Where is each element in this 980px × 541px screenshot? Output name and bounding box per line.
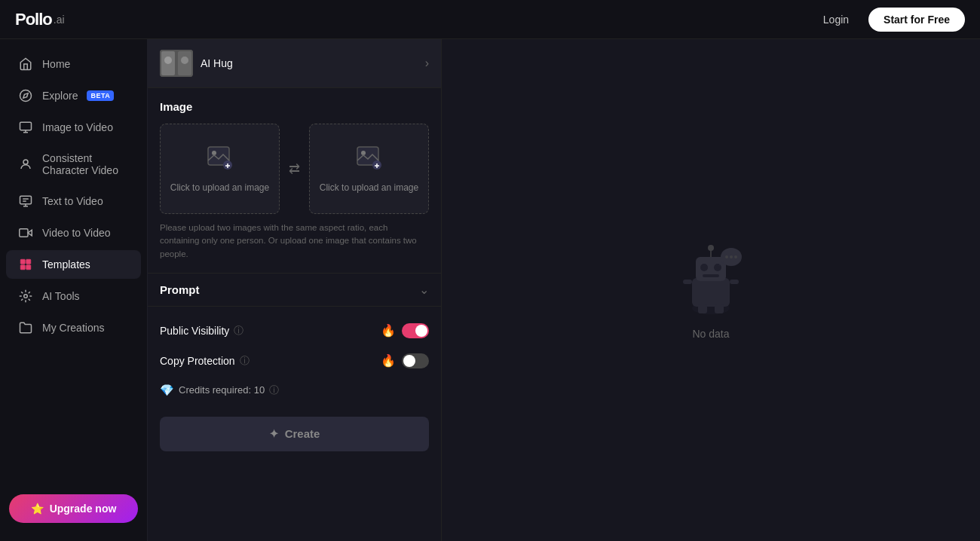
upload-right-label: Click to upload an image — [320, 182, 418, 193]
svg-point-0 — [20, 90, 32, 102]
svg-rect-30 — [703, 274, 719, 277]
sidebar-item-video-to-video[interactable]: Video to Video — [6, 219, 141, 247]
upload-box-left[interactable]: Click to upload an image — [160, 124, 280, 214]
svg-point-15 — [164, 57, 172, 64]
sidebar-item-my-creations[interactable]: My Creations — [6, 313, 141, 342]
svg-rect-32 — [730, 280, 739, 284]
sidebar-item-ai-tools[interactable]: AI Tools — [6, 282, 141, 310]
svg-rect-4 — [20, 196, 32, 204]
public-visibility-toggle[interactable] — [402, 323, 429, 338]
logo-text: Pollo — [15, 10, 52, 29]
home-icon — [18, 57, 33, 71]
video-to-video-icon — [18, 226, 33, 240]
credits-icon: 💎 — [160, 384, 174, 397]
copy-protection-info-icon[interactable]: ⓘ — [240, 354, 250, 368]
sidebar-label-my-creations: My Creations — [42, 322, 104, 334]
svg-point-28 — [700, 264, 708, 271]
sidebar-label-ai-tools: AI Tools — [42, 290, 80, 302]
credits-row: 💎 Credits required: 10 ⓘ — [160, 376, 429, 408]
public-visibility-text: Public Visibility — [160, 325, 229, 337]
main-layout: Home Explore BETA Image to Video Consist… — [0, 39, 980, 541]
header: Pollo .ai Login Start for Free — [0, 0, 980, 39]
upload-hint: Please upload two images with the same a… — [160, 222, 429, 261]
beta-badge: BETA — [87, 90, 114, 101]
svg-rect-10 — [26, 265, 31, 270]
upload-icon-left — [207, 145, 234, 175]
sidebar-item-consistent-character[interactable]: Consistent Character Video — [6, 145, 141, 184]
sidebar-label-text-to-video: Text to Video — [42, 195, 103, 207]
public-visibility-row: Public Visibility ⓘ 🔥 — [160, 316, 429, 346]
sidebar-label-home: Home — [42, 58, 70, 70]
upload-left-label: Click to upload an image — [170, 182, 269, 193]
content-area: AI Hug › Image — [148, 39, 980, 541]
svg-point-16 — [181, 57, 188, 64]
text-to-video-icon — [18, 194, 33, 208]
svg-rect-25 — [696, 257, 726, 281]
sidebar-item-templates[interactable]: Templates — [6, 250, 141, 279]
svg-marker-1 — [23, 93, 28, 98]
swap-icon: ⇄ — [289, 160, 300, 177]
public-visibility-info-icon[interactable]: ⓘ — [234, 324, 243, 338]
svg-point-38 — [734, 255, 737, 258]
header-buttons: Login Start for Free — [813, 8, 965, 32]
upgrade-icon: ⭐ — [31, 503, 44, 515]
right-panel: No data — [442, 39, 980, 541]
sidebar-label-explore: Explore — [42, 90, 78, 102]
svg-rect-9 — [20, 265, 25, 270]
start-free-button[interactable]: Start for Free — [868, 8, 965, 32]
copy-protection-fire-icon: 🔥 — [381, 353, 396, 368]
create-button[interactable]: ✦ Create — [160, 417, 429, 451]
prompt-title: Prompt — [160, 283, 200, 296]
login-button[interactable]: Login — [813, 9, 859, 30]
template-selector-left: AI Hug — [160, 50, 233, 77]
consistent-character-icon — [18, 157, 33, 171]
svg-point-3 — [23, 160, 28, 164]
public-visibility-knob — [415, 325, 427, 337]
svg-marker-5 — [28, 230, 32, 236]
chevron-down-icon: ⌄ — [419, 283, 429, 297]
svg-rect-31 — [683, 280, 692, 284]
template-name: AI Hug — [201, 57, 233, 69]
svg-rect-8 — [26, 259, 31, 264]
image-to-video-icon — [18, 121, 33, 134]
credits-info-icon[interactable]: ⓘ — [269, 384, 279, 397]
sidebar-label-templates: Templates — [42, 258, 90, 270]
copy-protection-toggle[interactable] — [402, 353, 429, 368]
svg-rect-7 — [20, 259, 25, 264]
sidebar: Home Explore BETA Image to Video Consist… — [0, 39, 148, 541]
upload-icon-right — [356, 145, 383, 175]
sidebar-label-image-to-video: Image to Video — [42, 121, 113, 133]
svg-point-37 — [730, 255, 733, 258]
upgrade-label: Upgrade now — [50, 503, 117, 515]
copy-protection-knob — [403, 355, 415, 367]
sidebar-bottom: ⭐ Upgrade now — [0, 485, 147, 532]
public-visibility-label: Public Visibility ⓘ — [160, 324, 243, 338]
ai-tools-icon — [18, 289, 33, 303]
sidebar-item-home[interactable]: Home — [6, 50, 141, 78]
settings-section: Public Visibility ⓘ 🔥 Copy Protection ⓘ — [148, 306, 441, 417]
sidebar-item-image-to-video[interactable]: Image to Video — [6, 113, 141, 142]
template-selector[interactable]: AI Hug › — [148, 39, 441, 88]
sidebar-item-explore[interactable]: Explore BETA — [6, 81, 141, 110]
my-creations-icon — [18, 321, 33, 335]
prompt-section: Prompt ⌄ — [148, 273, 441, 306]
upload-area: Click to upload an image ⇄ — [160, 124, 429, 214]
copy-protection-label: Copy Protection ⓘ — [160, 354, 250, 368]
templates-icon — [18, 258, 33, 271]
svg-point-27 — [708, 245, 714, 251]
upgrade-button[interactable]: ⭐ Upgrade now — [9, 494, 138, 523]
sidebar-item-text-to-video[interactable]: Text to Video — [6, 187, 141, 215]
prompt-header[interactable]: Prompt ⌄ — [160, 283, 429, 297]
svg-point-11 — [24, 295, 28, 298]
image-section: Image Click to upload an im — [148, 88, 441, 273]
svg-rect-33 — [698, 304, 707, 313]
logo: Pollo .ai — [15, 10, 65, 29]
template-thumbnail — [160, 50, 193, 77]
image-section-title: Image — [160, 100, 429, 113]
public-visibility-fire-icon: 🔥 — [381, 323, 396, 338]
no-data-text: No data — [692, 328, 729, 340]
svg-point-36 — [725, 255, 728, 258]
sidebar-label-consistent-character: Consistent Character Video — [42, 152, 129, 176]
credits-label: Credits required: 10 — [179, 384, 265, 396]
upload-box-right[interactable]: Click to upload an image — [309, 124, 429, 214]
